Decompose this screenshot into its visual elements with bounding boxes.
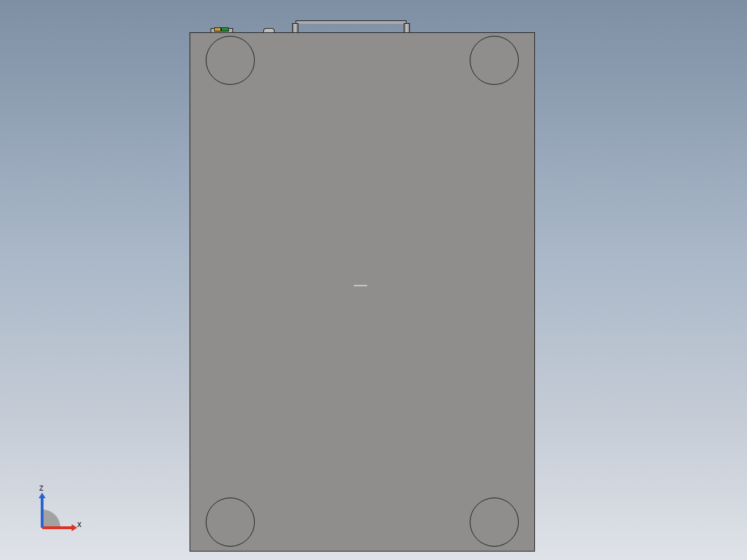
model-body[interactable] (190, 33, 534, 551)
foot-circle-bottom-left (206, 498, 255, 547)
cad-viewport[interactable]: x z (0, 0, 747, 560)
x-axis-label: x (77, 519, 81, 529)
center-seam-line (354, 285, 367, 286)
view-triad[interactable]: x z (39, 481, 88, 531)
foot-circle-top-right (470, 36, 519, 85)
x-axis-arrow-icon (72, 524, 77, 531)
model-handle (293, 20, 409, 33)
triad-plane-indicator (42, 509, 60, 528)
z-axis-arrow-icon (39, 493, 46, 498)
z-axis-label: z (39, 483, 44, 493)
handle-post-left (292, 23, 298, 33)
handle-post-right (404, 23, 410, 33)
foot-circle-bottom-right (470, 498, 519, 547)
foot-circle-top-left (206, 36, 255, 85)
z-axis-line (41, 497, 44, 528)
top-notch-colored (211, 28, 233, 33)
top-notch-small (263, 28, 275, 33)
handle-bar (296, 20, 406, 24)
x-axis-line (42, 526, 73, 529)
